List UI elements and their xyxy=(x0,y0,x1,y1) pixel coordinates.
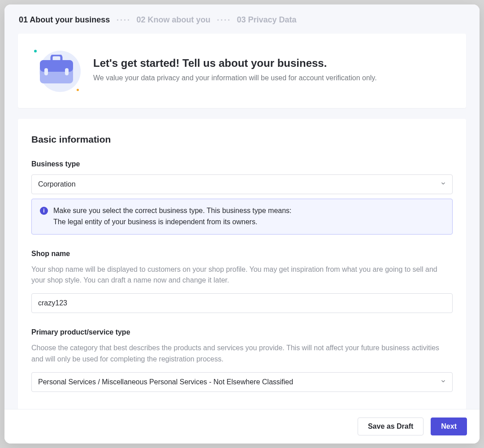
svg-rect-2 xyxy=(44,68,48,75)
hero-subtitle: We value your data privacy and your info… xyxy=(93,74,377,82)
stepper-separator xyxy=(217,19,229,21)
shop-name-input[interactable] xyxy=(31,293,453,313)
info-line-2: The legal entity of your business is ind… xyxy=(53,217,292,228)
product-type-label: Primary product/service type xyxy=(31,328,453,336)
form-scroll-area[interactable]: Let's get started! Tell us about your bu… xyxy=(4,34,480,444)
business-type-select-wrapper: Corporation xyxy=(31,174,453,194)
field-shop-name: Shop name Your shop name will be display… xyxy=(31,250,453,313)
product-type-select[interactable]: Personal Services / Miscellaneous Person… xyxy=(31,372,453,392)
business-type-label: Business type xyxy=(31,160,453,168)
stepper-separator xyxy=(117,19,129,21)
section-title-basic-information: Basic information xyxy=(31,134,453,145)
step-about-business[interactable]: 01 About your business xyxy=(19,15,110,25)
step-privacy-data[interactable]: 03 Privacy Data xyxy=(237,15,296,25)
shop-name-help: Your shop name will be displayed to cust… xyxy=(31,264,453,287)
hero-title: Let's get started! Tell us about your bu… xyxy=(93,57,377,70)
hero-card: Let's get started! Tell us about your bu… xyxy=(18,34,466,108)
field-business-type: Business type Corporation i Make sure yo… xyxy=(31,160,453,235)
basic-information-card: Basic information Business type Corporat… xyxy=(18,119,466,410)
info-icon: i xyxy=(40,207,48,215)
hero-text: Let's get started! Tell us about your bu… xyxy=(93,57,377,82)
info-line-1: Make sure you select the correct busines… xyxy=(53,205,292,217)
footer-bar: Save as Draft Next xyxy=(4,409,480,444)
briefcase-icon xyxy=(34,47,79,92)
shop-name-label: Shop name xyxy=(31,250,453,258)
business-type-select[interactable]: Corporation xyxy=(31,174,453,194)
next-button[interactable]: Next xyxy=(431,418,467,435)
stepper: 01 About your business 02 Know about you… xyxy=(4,4,480,34)
step-know-about-you[interactable]: 02 Know about you xyxy=(136,15,210,25)
svg-rect-3 xyxy=(65,68,69,75)
business-type-info-text: Make sure you select the correct busines… xyxy=(53,205,292,228)
save-draft-button[interactable]: Save as Draft xyxy=(358,418,424,435)
onboarding-window: 01 About your business 02 Know about you… xyxy=(4,4,480,444)
business-type-info: i Make sure you select the correct busin… xyxy=(31,199,453,235)
product-type-select-wrapper: Personal Services / Miscellaneous Person… xyxy=(31,372,453,392)
product-type-help: Choose the category that best describes … xyxy=(31,343,453,365)
field-product-type: Primary product/service type Choose the … xyxy=(31,328,453,392)
